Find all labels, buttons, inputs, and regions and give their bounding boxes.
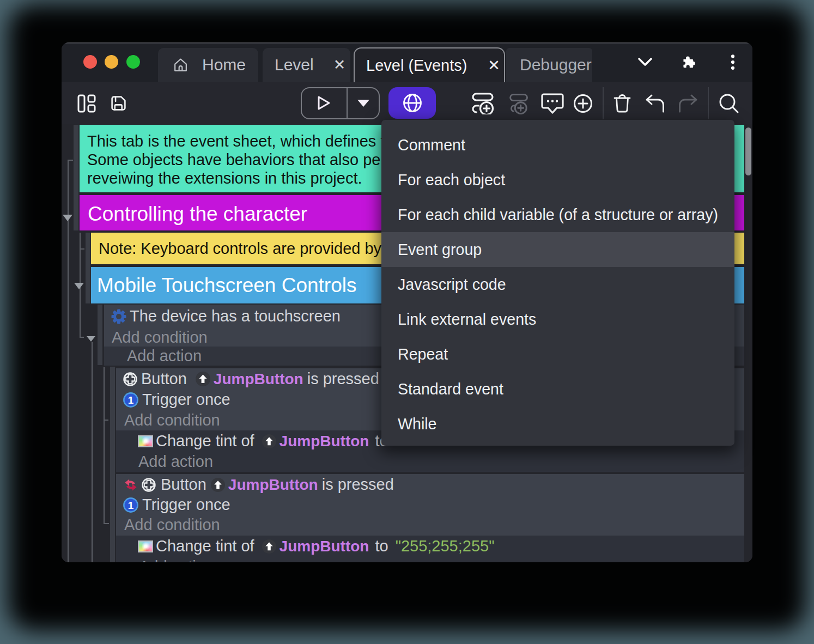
svg-text:1: 1 (128, 394, 134, 405)
svg-text:1: 1 (128, 499, 134, 511)
